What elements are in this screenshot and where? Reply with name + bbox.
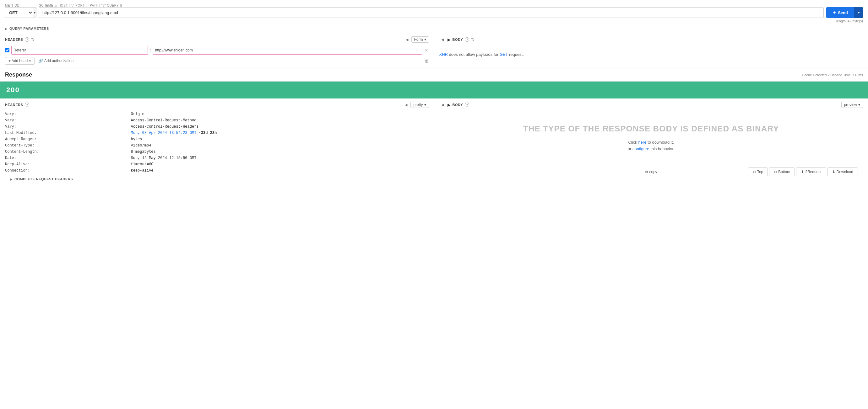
resp-header-key-clen: Content-Length: (5, 149, 131, 155)
body-title: BODY (453, 38, 463, 41)
copy-button[interactable]: ⧉ copy (645, 170, 657, 174)
body-nav-left[interactable]: ◀ (439, 36, 445, 43)
download-button[interactable]: ⬇ Download (828, 168, 858, 176)
add-header-button[interactable]: + Add header (5, 57, 35, 65)
top-button[interactable]: ⊙ Top (748, 168, 768, 176)
resp-header-row-lastmod: Last-Modified: Mon, 08 Apr 2024 13:54:23… (5, 130, 429, 136)
response-body-info-icon[interactable]: ? (465, 103, 469, 107)
xhr-text: does not allow payloads for (449, 52, 500, 57)
response-headers-title: HEADERS (5, 103, 23, 107)
request-body-panel: ◀ ▶ BODY ? ⇅ XHR does not allow payloads… (434, 33, 868, 68)
binary-overlay: THE TYPE OF THE RESPONSE BODY IS DEFINED… (439, 111, 863, 165)
body-sort-icon[interactable]: ⇅ (471, 37, 474, 42)
request-section: METHOD SCHEME :// HOST [ ":" PORT ] [ PA… (0, 0, 868, 33)
length-info: length: 42 byte(s) (5, 19, 863, 23)
resp-header-row-accept: Accept-Ranges: bytes (5, 136, 429, 142)
get-link[interactable]: GET (500, 52, 508, 57)
resp-header-val-accept: bytes (131, 136, 429, 142)
body-section-header: ◀ ▶ BODY ? ⇅ (439, 36, 863, 43)
binary-here-link[interactable]: here (638, 140, 646, 145)
status-code: 200 (6, 86, 20, 94)
resp-header-val-vary3: Access-Control-Request-Headers (131, 124, 429, 130)
xhr-suffix: request. (509, 52, 524, 57)
xhr-link[interactable]: XHR (439, 52, 448, 57)
headers-title: HEADERS (5, 38, 23, 41)
headers-info-icon[interactable]: ? (25, 37, 29, 42)
preview-arrow-icon: ▾ (858, 103, 860, 107)
resp-header-key-lastmod: Last-Modified: (5, 130, 131, 136)
response-section: Response Cache Detected - Elapsed Time: … (0, 68, 868, 187)
last-modified-link[interactable]: Mon, 08 Apr 2024 13:54:23 GMT (131, 131, 196, 135)
binary-desc-or: or (628, 146, 632, 151)
request-split: HEADERS ? ⇅ ◀ Form ▾ : ✕ (0, 33, 868, 68)
form-label: Form (414, 37, 423, 42)
method-select-wrapper[interactable]: GET POST PUT DELETE PATCH ▾ (5, 7, 36, 18)
url-input[interactable] (39, 7, 824, 18)
to-request-label: 2Request (805, 170, 821, 174)
query-params-chevron-icon: ▶ (5, 27, 7, 30)
copy-label: copy (649, 170, 657, 174)
resp-header-row-date: Date: Sun, 12 May 2024 12:15:56 GMT (5, 155, 429, 161)
headers-sort-icon[interactable]: ⇅ (31, 37, 34, 42)
send-dropdown-button[interactable]: ▾ (854, 7, 863, 18)
binary-desc-suffix: this behavior. (650, 146, 675, 151)
response-split: HEADERS ? ◀ pretty ▾ Vary: Orig (0, 99, 868, 187)
response-bottom-bar: ⧉ copy ⊙ Top ⊙ Bottom ⬆ 2Request (439, 165, 863, 179)
resp-header-val-vary2: Access-Control-Request-Method (131, 117, 429, 124)
headers-form-dropdown[interactable]: Form ▾ (411, 36, 429, 43)
status-bar: 200 (0, 81, 868, 99)
top-icon: ⊙ (753, 170, 756, 174)
method-label: METHOD (5, 4, 36, 7)
binary-configure-link[interactable]: configure (632, 146, 649, 151)
response-body-section-header: ◀ ▶ BODY ? preview ▾ (439, 102, 863, 108)
send-btn-wrapper: ✈ Send ▾ (826, 7, 863, 18)
response-body-nav-tri: ▶ (447, 103, 451, 107)
preview-label: preview (844, 103, 857, 107)
to-request-button[interactable]: ⬆ 2Request (796, 168, 826, 176)
header-key-input-0[interactable] (11, 46, 148, 55)
resp-header-row-conn: Connection: keep-alive (5, 168, 429, 174)
add-auth-button[interactable]: 🔗 Add authorization (38, 59, 73, 63)
method-select[interactable]: GET POST PUT DELETE PATCH (5, 7, 33, 18)
headers-nav-left[interactable]: ◀ (404, 36, 410, 43)
header-checkbox-0[interactable] (5, 48, 9, 53)
bottom-label: Bottom (778, 170, 790, 174)
resp-header-row-keepalive: Keep-Alive: timeout=60 (5, 161, 429, 168)
binary-title: THE TYPE OF THE RESPONSE BODY IS DEFINED… (523, 124, 779, 134)
resp-header-key-accept: Accept-Ranges: (5, 136, 131, 142)
header-value-input-0[interactable] (153, 46, 422, 55)
resp-header-key-vary2: Vary: (5, 117, 131, 124)
pretty-dropdown[interactable]: pretty ▾ (410, 102, 429, 108)
body-info-icon[interactable]: ? (465, 37, 469, 42)
resp-header-val-conn: keep-alive (131, 168, 429, 174)
resp-header-val-vary1: Origin (131, 111, 429, 117)
method-dropdown-btn[interactable]: ▾ (33, 7, 36, 18)
complete-request-row[interactable]: ▶ COMPLETE REQUEST HEADERS (5, 174, 429, 184)
add-header-label: + Add header (8, 59, 31, 63)
form-arrow-icon: ▾ (424, 37, 426, 42)
elapsed-info: Cache Detected - Elapsed Time: 113ms (802, 73, 863, 77)
download-label: Download (837, 170, 853, 174)
header-delete-btn-0[interactable]: ✕ (424, 48, 429, 53)
resp-header-key-keepalive: Keep-Alive: (5, 161, 131, 168)
bottom-button[interactable]: ⊙ Bottom (769, 168, 795, 176)
response-header-bar: Response Cache Detected - Elapsed Time: … (0, 68, 868, 81)
response-headers-section-header: HEADERS ? ◀ pretty ▾ (5, 102, 429, 108)
trash-icon[interactable]: 🗑 (425, 58, 429, 63)
add-auth-icon: 🔗 (38, 59, 43, 63)
url-label: SCHEME :// HOST [ ":" PORT ] [ PATH [ "?… (39, 4, 863, 7)
send-icon: ✈ (833, 10, 836, 15)
header-actions: + Add header 🔗 Add authorization 🗑 (5, 57, 429, 65)
response-headers-panel: HEADERS ? ◀ pretty ▾ Vary: Orig (0, 99, 434, 187)
query-params-row[interactable]: ▶ QUERY PARAMETERS (5, 24, 863, 33)
complete-req-chevron-icon: ▶ (10, 177, 12, 181)
preview-dropdown[interactable]: preview ▾ (841, 102, 863, 108)
binary-desc-middle: to download it, (648, 140, 674, 145)
response-body-nav-left[interactable]: ◀ (439, 102, 445, 108)
send-button[interactable]: ✈ Send (826, 7, 854, 18)
response-headers-controls: ◀ pretty ▾ (403, 102, 429, 108)
top-label: Top (757, 170, 763, 174)
response-headers-nav-left[interactable]: ◀ (403, 102, 409, 108)
response-headers-info-icon[interactable]: ? (25, 103, 29, 107)
resp-header-row-vary3: Vary: Access-Control-Request-Headers (5, 124, 429, 130)
